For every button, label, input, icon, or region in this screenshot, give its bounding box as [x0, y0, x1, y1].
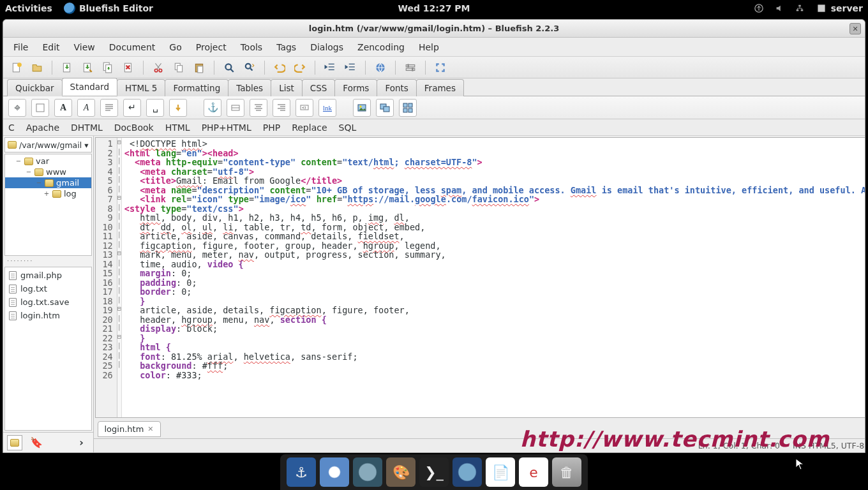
lang-dhtml[interactable]: DHTML — [71, 122, 103, 133]
lang-php[interactable]: PHP — [263, 122, 280, 133]
thumbnail-button[interactable] — [376, 99, 394, 117]
html-tab-list[interactable]: List — [271, 79, 303, 96]
lang-c[interactable]: C — [8, 122, 15, 133]
file-gmail-php[interactable]: gmail.php — [5, 269, 91, 282]
clock[interactable]: Wed 12:27 PM — [398, 3, 470, 13]
file-login-htm[interactable]: login.htm — [5, 309, 91, 322]
menu-document[interactable]: Document — [103, 40, 162, 55]
find-replace-button[interactable] — [241, 59, 258, 76]
menu-dialogs[interactable]: Dialogs — [304, 40, 350, 55]
file-log-txt[interactable]: log.txt — [5, 282, 91, 295]
indent-button[interactable] — [342, 59, 359, 76]
current-app-indicator[interactable]: Bluefish Editor — [64, 3, 153, 14]
menu-project[interactable]: Project — [190, 40, 233, 55]
quickstart-button[interactable]: ⎆ — [8, 99, 26, 117]
html-tab-standard[interactable]: Standard — [62, 78, 117, 96]
lang-apache[interactable]: Apache — [26, 122, 59, 133]
html-tab-fonts[interactable]: Fonts — [377, 79, 416, 96]
find-button[interactable] — [221, 59, 237, 76]
menu-zencoding[interactable]: Zencoding — [351, 40, 411, 55]
italic-button[interactable]: A — [77, 99, 95, 117]
code-editor[interactable]: 1 2 3 4 5 6 7 8 9 10 11 12 13 14 15 16 1… — [95, 137, 865, 418]
menu-file[interactable]: File — [7, 40, 34, 55]
html-tab-tables[interactable]: Tables — [228, 79, 271, 96]
lang-html[interactable]: HTML — [165, 122, 190, 133]
save-all-button[interactable] — [100, 59, 116, 76]
volume-icon[interactable] — [775, 4, 784, 13]
dock-trash-icon[interactable]: 🗑 — [552, 457, 581, 487]
nbsp-button[interactable]: ␣ — [146, 99, 164, 117]
html-tab-quickbar[interactable]: Quickbar — [7, 79, 63, 96]
multi-thumbnail-button[interactable] — [399, 99, 417, 117]
close-file-button[interactable] — [120, 59, 137, 76]
dock-chromium-icon[interactable] — [320, 457, 349, 487]
new-file-button[interactable] — [8, 59, 25, 76]
file-browser-tab-button[interactable] — [7, 435, 22, 450]
undo-button[interactable] — [271, 59, 288, 76]
cut-button[interactable] — [150, 59, 167, 76]
redo-button[interactable] — [292, 59, 308, 76]
html-tab-html-5[interactable]: HTML 5 — [117, 79, 165, 96]
accessibility-icon[interactable] — [754, 4, 763, 13]
align-center-button[interactable] — [250, 99, 267, 117]
paste-button[interactable] — [191, 59, 207, 76]
lang-replace[interactable]: Replace — [292, 122, 327, 133]
code-area[interactable]: <!DOCTYPE html><html lang="en"><head> <m… — [122, 138, 865, 417]
arrow-down-button[interactable] — [169, 99, 187, 117]
tree-node-gmail[interactable]: −gmail — [5, 177, 91, 188]
activities-button[interactable]: Activities — [5, 3, 52, 13]
open-file-button[interactable] — [29, 59, 45, 76]
preferences-button[interactable] — [402, 59, 419, 76]
dock-gimp-icon[interactable]: 🎨 — [386, 457, 415, 487]
lang-phpplushtml[interactable]: PHP+HTML — [202, 122, 251, 133]
folder-tree[interactable]: −var−www−gmail+log — [4, 154, 92, 256]
lang-docbook[interactable]: DocBook — [114, 122, 154, 133]
tree-node-www[interactable]: −www — [5, 167, 91, 177]
bold-button[interactable]: A — [54, 99, 72, 117]
align-right-button[interactable] — [273, 99, 290, 117]
fold-gutter[interactable]: ⊟ | | | | | ⊟ | | | | | ⊟ | | | | | ⊟ | … — [117, 138, 122, 417]
break-button[interactable]: ↵ — [123, 99, 141, 117]
menu-help[interactable]: Help — [412, 40, 445, 55]
comment-button[interactable]: <! — [296, 99, 313, 117]
path-selector[interactable]: /var/www/gmail ▾ — [4, 137, 92, 152]
html-tab-forms[interactable]: Forms — [334, 79, 377, 96]
anchor-button[interactable]: ⚓ — [204, 99, 221, 117]
save-button[interactable] — [59, 59, 75, 76]
hrule-button[interactable] — [227, 99, 244, 117]
body-button[interactable] — [31, 99, 49, 117]
window-titlebar[interactable]: login.htm (/var/www/gmail/login.htm) – B… — [3, 20, 865, 38]
save-as-button[interactable] — [79, 59, 96, 76]
close-tab-icon[interactable]: ✕ — [147, 425, 153, 433]
user-menu[interactable]: server — [816, 3, 863, 14]
menu-view[interactable]: View — [68, 40, 101, 55]
menu-tags[interactable]: Tags — [270, 40, 303, 55]
dock-evince-icon[interactable]: e — [519, 457, 548, 487]
paragraph-button[interactable] — [100, 99, 118, 117]
sidebar-expand-button[interactable]: › — [74, 435, 89, 450]
file-log-txt-save[interactable]: log.txt.save — [5, 295, 91, 309]
dock-bluefish-icon[interactable]: ⚓ — [287, 457, 316, 487]
menu-edit[interactable]: Edit — [36, 40, 66, 55]
preview-button[interactable] — [372, 59, 389, 76]
image-button[interactable] — [353, 99, 371, 117]
menu-go[interactable]: Go — [163, 40, 188, 55]
fullscreen-button[interactable] — [432, 59, 449, 76]
dock-iceweasel-icon[interactable] — [453, 457, 482, 487]
window-close-button[interactable]: ✕ — [849, 23, 861, 34]
bookmarks-tab-button[interactable]: 🔖 — [29, 435, 44, 450]
network-icon[interactable] — [795, 4, 804, 13]
tree-node-log[interactable]: +log — [5, 188, 91, 199]
html-tab-frames[interactable]: Frames — [416, 79, 464, 96]
tree-grip[interactable]: ········ — [3, 256, 93, 265]
dock-seamonkey-icon[interactable] — [353, 457, 382, 487]
dock-terminal-icon[interactable]: ❯_ — [419, 457, 449, 487]
menu-tools[interactable]: Tools — [234, 40, 269, 55]
tree-node-var[interactable]: −var — [5, 156, 91, 167]
link-button[interactable]: lnk — [318, 99, 336, 117]
dock-writer-icon[interactable]: 📄 — [486, 457, 515, 487]
copy-button[interactable] — [170, 59, 187, 76]
html-tab-css[interactable]: CSS — [302, 79, 336, 96]
file-list[interactable]: gmail.phplog.txtlog.txt.savelogin.htm — [4, 267, 92, 431]
lang-sql[interactable]: SQL — [339, 122, 357, 133]
